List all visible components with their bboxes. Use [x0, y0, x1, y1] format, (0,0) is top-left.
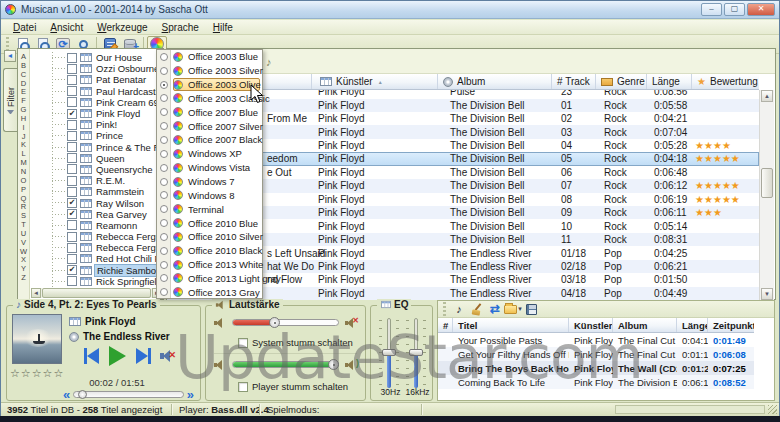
artist-row[interactable]: Queensryche [31, 164, 162, 175]
artist-checkbox[interactable] [67, 86, 77, 96]
rewind-icon[interactable] [63, 385, 70, 403]
artist-row[interactable]: Our House [31, 52, 162, 63]
theme-radio[interactable] [160, 219, 168, 227]
artist-name[interactable]: Rea Garvey [94, 209, 149, 220]
artist-name[interactable]: R.E.M. [94, 175, 127, 186]
artist-name[interactable]: Rick Springfield [94, 276, 162, 287]
theme-radio[interactable] [160, 122, 168, 130]
artist-row[interactable]: Pink Cream 69 [31, 97, 162, 108]
artist-checkbox[interactable] [67, 142, 77, 152]
artist-checkbox[interactable] [67, 209, 77, 219]
menubar-item-datei[interactable]: Datei [6, 21, 43, 34]
theme-radio[interactable] [160, 136, 168, 144]
artist-checkbox[interactable] [67, 64, 77, 74]
column-header-zeit[interactable]: Zeitpunkt [708, 318, 754, 332]
artist-hscrollbar[interactable]: ◄ ► [31, 288, 162, 298]
theme-radio[interactable] [160, 178, 168, 186]
playlist-row[interactable]: Your Possible PastsPink FloydThe Final C… [438, 333, 754, 347]
column-header-laenge[interactable]: Länge [677, 318, 708, 332]
artist-checkbox[interactable] [67, 75, 77, 85]
theme-menu-item[interactable]: Office 2010 Silver [157, 230, 262, 244]
artist-checkbox[interactable] [67, 276, 77, 286]
artist-row[interactable]: Pat Benatar [31, 74, 162, 85]
scrollbar-thumb[interactable] [761, 168, 773, 198]
maximize-button[interactable] [724, 3, 745, 16]
artist-checkbox[interactable] [67, 232, 77, 242]
theme-menu-item[interactable]: Office 2013 Gray [157, 285, 262, 299]
theme-menu-item[interactable]: Office 2010 Black [157, 244, 262, 258]
artist-name[interactable]: Pink! [94, 119, 119, 130]
column-header-num[interactable]: # [438, 318, 453, 332]
artist-row[interactable]: Prince [31, 130, 162, 141]
artist-row[interactable]: Rea Garvey [31, 209, 162, 220]
column-header-kuenstler[interactable]: Künstler [312, 74, 438, 89]
column-header-album[interactable]: Album [438, 74, 552, 89]
filter-tab[interactable]: Filter [3, 68, 17, 132]
column-header-bewertung[interactable]: ★ Bewertung [692, 74, 759, 89]
artist-checkbox[interactable] [67, 97, 77, 107]
artist-name[interactable]: Ray Wilson [94, 198, 146, 209]
minimize-button[interactable] [701, 3, 722, 16]
column-header-laenge[interactable]: Länge [647, 74, 692, 89]
artist-row[interactable]: Richie Sambora [31, 265, 162, 276]
artist-row[interactable]: Reamonn [31, 220, 162, 231]
artist-row[interactable]: Ray Wilson [31, 197, 162, 208]
theme-menu-item[interactable]: Office 2013 Light gray [157, 272, 262, 286]
theme-radio[interactable] [160, 164, 168, 172]
artist-name[interactable]: Queensryche [94, 164, 155, 175]
resize-grip[interactable] [768, 405, 777, 414]
toolbar-gripper[interactable] [443, 302, 446, 316]
artist-name[interactable]: Pink Cream 69 [94, 97, 161, 108]
clear-playlist-button[interactable] [468, 302, 486, 317]
artist-name[interactable]: Richie Sambora [94, 264, 162, 277]
player-volume-slider[interactable] [232, 361, 339, 368]
alphabet-letter-Z[interactable]: Z [21, 274, 26, 283]
theme-menu-item[interactable]: Office 2013 White [157, 258, 262, 272]
library-vscrollbar[interactable]: ▲ ▼ [759, 90, 774, 300]
seek-track[interactable] [73, 391, 184, 398]
artist-name[interactable]: Pat Benatar [94, 74, 148, 85]
system-mute-checkbox[interactable] [238, 338, 248, 348]
theme-menu-item[interactable]: Office 2007 Silver [157, 119, 262, 133]
column-header-album[interactable]: Album [613, 318, 677, 332]
artist-checkbox[interactable] [67, 265, 77, 275]
artist-checkbox[interactable] [67, 164, 77, 174]
artist-name[interactable]: Prince [94, 130, 125, 141]
playlist-row[interactable]: Bring The Boys Back HomePink FloydThe Wa… [438, 361, 754, 375]
column-header-genre[interactable]: Genre [596, 74, 647, 89]
note-icon[interactable]: ♪ [266, 56, 272, 68]
play-button[interactable] [109, 346, 126, 366]
slider-thumb[interactable] [328, 359, 339, 370]
artist-name[interactable]: Rammstein [94, 186, 146, 197]
menubar-item-sprache[interactable]: Sprache [155, 21, 206, 34]
theme-radio[interactable] [160, 205, 168, 213]
artist-checkbox[interactable] [67, 176, 77, 186]
track-rating-stars[interactable]: ☆☆☆☆☆ [10, 367, 64, 380]
artist-checkbox[interactable] [67, 187, 77, 197]
shuffle-button[interactable]: ⇄ [486, 302, 504, 317]
artist-row[interactable]: Pink! [31, 119, 162, 130]
artist-row[interactable]: R.E.M. [31, 175, 162, 186]
theme-radio[interactable] [160, 53, 168, 61]
theme-radio[interactable] [160, 233, 168, 241]
previous-button[interactable] [83, 348, 101, 364]
artist-checkbox[interactable] [67, 198, 77, 208]
artist-checkbox[interactable] [67, 254, 77, 264]
artist-row[interactable]: Rebecca Ferguson [31, 231, 162, 242]
theme-menu-item[interactable]: Office 2003 Classic [157, 92, 262, 106]
theme-menu-item[interactable]: Windows Vista [157, 161, 262, 175]
theme-radio[interactable] [160, 274, 168, 282]
artist-name[interactable]: Pink Floyd [94, 108, 142, 119]
artist-row[interactable]: Pink Floyd [31, 108, 162, 119]
theme-radio[interactable] [160, 67, 168, 75]
save-playlist-button[interactable] [522, 302, 540, 317]
titlebar[interactable]: Musican v1.00 - 2001-2014 by Sascha Ott [1, 1, 779, 19]
column-header-kuenstler[interactable]: Künstler [569, 318, 613, 332]
playlist-row[interactable]: Coming Back To LifePink FloydThe Divisio… [438, 375, 754, 389]
artist-row[interactable]: Ozzi Osbourne [31, 63, 162, 74]
theme-menu-item[interactable]: Windows 8 [157, 188, 262, 202]
menubar-item-ansicht[interactable]: Ansicht [43, 21, 90, 34]
theme-menu-item[interactable]: Windows 7 [157, 175, 262, 189]
artist-row[interactable]: Prince & The Revolu [31, 142, 162, 153]
artist-name[interactable]: Our House [94, 52, 144, 63]
